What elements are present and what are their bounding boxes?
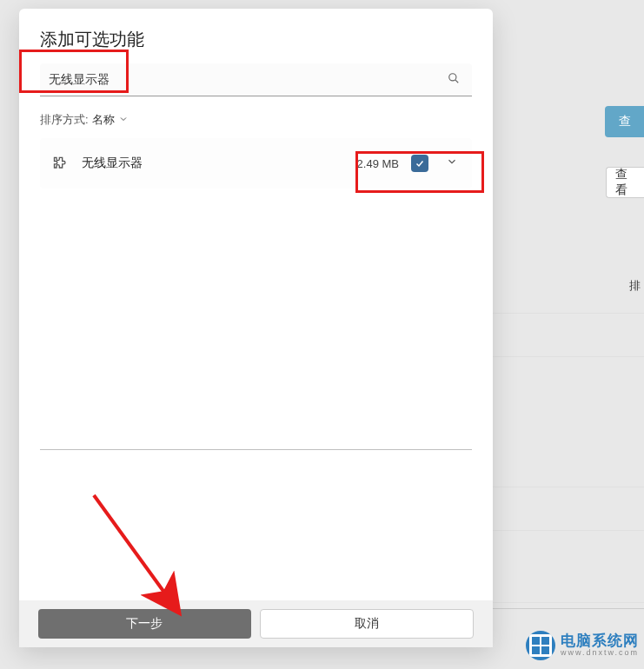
search-input[interactable] [40, 63, 472, 96]
watermark-en: www.dnxtw.com [561, 649, 639, 658]
next-button[interactable]: 下一步 [38, 609, 251, 639]
chevron-down-icon [118, 114, 129, 127]
sort-row[interactable]: 排序方式: 名称 [40, 112, 472, 128]
dialog-body: 添加可选功能 排序方式: 名称 [19, 9, 493, 600]
sort-value: 名称 [92, 112, 115, 128]
feature-size: 2.49 MB [357, 157, 399, 170]
puzzle-icon [52, 155, 70, 172]
watermark-logo-icon [526, 631, 555, 660]
chevron-down-icon[interactable] [446, 156, 458, 171]
cancel-button[interactable]: 取消 [260, 609, 475, 639]
dialog-title: 添加可选功能 [40, 28, 472, 51]
sort-label: 排序方式: [40, 112, 89, 128]
bg-button-view-1: 查 [605, 106, 644, 137]
divider [40, 449, 472, 450]
watermark: 电脑系统网 www.dnxtw.com [526, 631, 639, 660]
bg-button-view-2: 查看 [606, 167, 644, 198]
feature-name: 无线显示器 [82, 156, 345, 171]
search-wrapper [40, 63, 472, 96]
dialog-footer: 下一步 取消 [19, 600, 493, 647]
add-optional-features-dialog: 添加可选功能 排序方式: 名称 [19, 9, 493, 647]
feature-checkbox[interactable] [411, 155, 428, 172]
feature-item[interactable]: 无线显示器 2.49 MB [40, 138, 472, 189]
bg-sort-text: 排 [629, 278, 641, 294]
watermark-text: 电脑系统网 www.dnxtw.com [561, 633, 639, 659]
watermark-cn: 电脑系统网 [561, 633, 639, 650]
